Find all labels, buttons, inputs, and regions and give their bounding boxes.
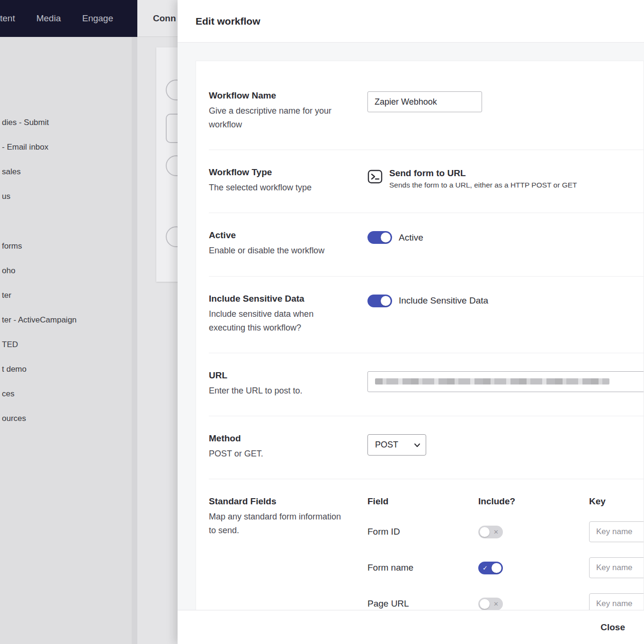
workflow-type-subtitle: Sends the form to a URL, either as a HTT… — [389, 181, 577, 189]
active-toggle-label: Active — [399, 233, 423, 243]
page-url-include-toggle[interactable]: ✕ — [478, 598, 503, 610]
toggle-knob — [480, 599, 490, 609]
sidebar-item[interactable]: ces — [0, 382, 132, 406]
url-value-redacted — [375, 378, 609, 385]
page-content — [137, 37, 178, 644]
workflow-type-title: Send form to URL — [389, 168, 577, 179]
url-description: Enter the URL to post to. — [209, 384, 350, 398]
active-toggle[interactable] — [367, 231, 392, 244]
modal-title: Edit workflow — [196, 16, 260, 27]
method-label: Method — [209, 433, 350, 444]
modal-header: Edit workflow — [178, 0, 644, 43]
workflow-name-label: Workflow Name — [209, 90, 350, 101]
active-row: Active Enable or disable the workflow Ac… — [209, 213, 644, 276]
sensitive-data-toggle-label: Include Sensitive Data — [399, 295, 488, 306]
method-selected-value: POST — [375, 440, 398, 450]
modal-footer: Close — [178, 610, 644, 644]
sidebar-item[interactable]: oho — [0, 259, 132, 283]
form-id-key-input[interactable] — [589, 521, 644, 542]
workflow-form-card: Workflow Name Give a descriptive name fo… — [196, 61, 644, 610]
nav-item-content[interactable]: tent — [0, 13, 15, 24]
toggle-knob — [381, 233, 391, 242]
sensitive-data-row: Include Sensitive Data Include sensitive… — [209, 276, 644, 353]
workflow-type-description: The selected workflow type — [209, 181, 350, 195]
sensitive-data-label: Include Sensitive Data — [209, 294, 350, 304]
form-name-include-toggle[interactable]: ✓ — [478, 562, 503, 574]
x-icon: ✕ — [493, 529, 499, 535]
placeholder-circle — [166, 226, 178, 247]
screen: tent Media Engage Conn dies - Submit - E… — [0, 0, 644, 644]
check-icon: ✓ — [483, 565, 488, 571]
fields-table-header: Field Include? Key — [367, 496, 644, 507]
column-header-field: Field — [367, 496, 478, 507]
top-navbar: tent Media Engage — [0, 0, 137, 37]
sidebar-item[interactable]: sales — [0, 160, 132, 184]
column-header-include: Include? — [478, 496, 589, 507]
toggle-knob — [480, 527, 490, 537]
sidebar-item[interactable]: dies - Submit — [0, 110, 132, 135]
sidebar-item[interactable]: us — [0, 184, 132, 209]
url-input[interactable] — [367, 371, 644, 392]
sidebar-item[interactable]: t demo — [0, 357, 132, 382]
modal-body: Workflow Name Give a descriptive name fo… — [178, 43, 644, 610]
sidebar-item[interactable]: - Email inbox — [0, 135, 132, 160]
workflow-name-row: Workflow Name Give a descriptive name fo… — [209, 90, 644, 150]
field-name: Page URL — [367, 599, 478, 609]
method-row: Method POST or GET. POST — [209, 416, 644, 479]
toggle-knob — [381, 296, 391, 306]
standard-fields-row: Standard Fields Map any standard form in… — [209, 479, 644, 610]
nav-item-media[interactable]: Media — [36, 13, 61, 24]
page-url-key-input[interactable] — [589, 593, 644, 610]
chevron-down-icon — [413, 441, 421, 449]
field-row-form-name: Form name ✓ — [367, 557, 644, 579]
x-icon: ✕ — [493, 601, 499, 607]
workflow-type-label: Workflow Type — [209, 167, 350, 178]
workflow-type-row: Workflow Type The selected workflow type — [209, 150, 644, 213]
placeholder-pill — [166, 114, 178, 143]
active-label: Active — [209, 230, 350, 241]
field-row-page-url: Page URL ✕ — [367, 593, 644, 610]
field-name: Form ID — [367, 527, 478, 537]
standard-fields-description: Map any standard form information to sen… — [209, 510, 350, 537]
sensitive-data-toggle[interactable] — [367, 295, 392, 307]
workflow-type-value: Send form to URL Sends the form to a URL… — [367, 168, 644, 189]
nav-item-engage[interactable]: Engage — [82, 13, 113, 24]
field-name: Form name — [367, 563, 478, 573]
background-card — [156, 47, 178, 282]
workflow-name-input[interactable] — [367, 91, 482, 112]
close-button[interactable]: Close — [600, 622, 625, 633]
sidebar-item[interactable]: forms — [0, 234, 132, 259]
method-select[interactable]: POST — [367, 434, 426, 456]
edit-workflow-modal: Edit workflow Workflow Name Give a descr… — [178, 0, 644, 644]
standard-fields-table: Field Include? Key Form ID ✕ — [367, 496, 644, 610]
sidebar-item[interactable]: ter - ActiveCampaign — [0, 308, 132, 332]
active-description: Enable or disable the workflow — [209, 244, 350, 258]
page-tabbar: Conn — [137, 0, 178, 37]
form-id-include-toggle[interactable]: ✕ — [478, 526, 503, 538]
sidebar-gap — [0, 209, 132, 234]
standard-fields-label: Standard Fields — [209, 496, 350, 507]
workflow-name-description: Give a descriptive name for your workflo… — [209, 104, 350, 132]
placeholder-circle — [166, 80, 178, 100]
sidebar-scroll-track[interactable] — [132, 37, 137, 644]
sidebar-item[interactable]: ources — [0, 406, 132, 431]
form-name-key-input[interactable] — [589, 557, 644, 578]
tab-connections[interactable]: Conn — [153, 13, 176, 24]
sidebar-item[interactable]: TED — [0, 332, 132, 357]
sidebar: dies - Submit - Email inbox sales us for… — [0, 37, 132, 644]
sidebar-item[interactable]: ter — [0, 283, 132, 308]
sensitive-data-description: Include sensitive data when executing th… — [209, 307, 350, 335]
url-label: URL — [209, 370, 350, 381]
column-header-key: Key — [589, 496, 644, 507]
toggle-knob — [492, 563, 501, 573]
field-row-form-id: Form ID ✕ — [367, 521, 644, 543]
placeholder-circle — [166, 155, 178, 176]
terminal-icon — [367, 169, 383, 184]
method-description: POST or GET. — [209, 447, 350, 461]
url-row: URL Enter the URL to post to. — [209, 353, 644, 416]
